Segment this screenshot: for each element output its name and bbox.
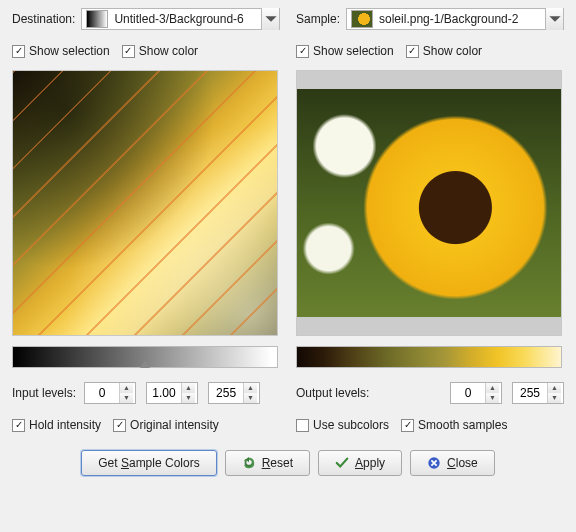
checkbox-empty-icon xyxy=(296,419,309,432)
get-sample-colors-label: Get Sample Colors xyxy=(98,456,199,470)
stepper-down-icon[interactable]: ▼ xyxy=(486,393,499,403)
apply-icon xyxy=(335,456,349,470)
check-icon: ✓ xyxy=(12,419,25,432)
input-level-gamma[interactable]: ▲▼ xyxy=(146,382,198,404)
check-icon: ✓ xyxy=(122,45,135,58)
hold-intensity-checkbox[interactable]: ✓ Hold intensity xyxy=(12,418,101,432)
sample-thumb xyxy=(351,10,373,28)
stepper-up-icon[interactable]: ▲ xyxy=(244,383,257,393)
destination-label: Destination: xyxy=(12,12,75,26)
smooth-samples-checkbox[interactable]: ✓ Smooth samples xyxy=(401,418,507,432)
stepper-down-icon[interactable]: ▼ xyxy=(548,393,561,403)
input-level-high[interactable]: ▲▼ xyxy=(208,382,260,404)
smooth-samples-label: Smooth samples xyxy=(418,418,507,432)
check-icon: ✓ xyxy=(401,419,414,432)
close-button[interactable]: Close xyxy=(410,450,495,476)
dest-show-color-label: Show color xyxy=(139,44,198,58)
stepper-down-icon[interactable]: ▼ xyxy=(120,393,133,403)
stepper-up-icon[interactable]: ▲ xyxy=(120,383,133,393)
original-intensity-checkbox[interactable]: ✓ Original intensity xyxy=(113,418,219,432)
output-levels-label: Output levels: xyxy=(296,386,369,400)
dest-show-selection-checkbox[interactable]: ✓ Show selection xyxy=(12,44,110,58)
input-level-high-field[interactable] xyxy=(209,383,243,403)
stepper-up-icon[interactable]: ▲ xyxy=(548,383,561,393)
output-level-low[interactable]: ▲▼ xyxy=(450,382,502,404)
output-level-high[interactable]: ▲▼ xyxy=(512,382,564,404)
apply-label: Apply xyxy=(355,456,385,470)
dest-show-selection-label: Show selection xyxy=(29,44,110,58)
chevron-down-icon[interactable] xyxy=(261,8,279,30)
sample-preview-image xyxy=(297,89,561,317)
destination-preview-image xyxy=(13,71,277,335)
output-level-high-field[interactable] xyxy=(513,383,547,403)
close-label: Close xyxy=(447,456,478,470)
get-sample-colors-button[interactable]: Get Sample Colors xyxy=(81,450,216,476)
reset-label: Reset xyxy=(262,456,293,470)
input-level-low-field[interactable] xyxy=(85,383,119,403)
check-icon: ✓ xyxy=(406,45,419,58)
sample-preview xyxy=(296,70,562,336)
stepper-down-icon[interactable]: ▼ xyxy=(244,393,257,403)
stepper-up-icon[interactable]: ▲ xyxy=(182,383,195,393)
use-subcolors-label: Use subcolors xyxy=(313,418,389,432)
check-icon: ✓ xyxy=(12,45,25,58)
sample-show-color-label: Show color xyxy=(423,44,482,58)
check-icon: ✓ xyxy=(113,419,126,432)
destination-dropdown[interactable]: Untitled-3/Background-6 xyxy=(81,8,280,30)
output-gradient-bar[interactable] xyxy=(296,346,562,368)
close-icon xyxy=(427,456,441,470)
chevron-down-icon[interactable] xyxy=(545,8,563,30)
input-level-gamma-field[interactable] xyxy=(147,383,181,403)
original-intensity-label: Original intensity xyxy=(130,418,219,432)
sample-show-color-checkbox[interactable]: ✓ Show color xyxy=(406,44,482,58)
stepper-up-icon[interactable]: ▲ xyxy=(486,383,499,393)
sample-label: Sample: xyxy=(296,12,340,26)
dest-show-color-checkbox[interactable]: ✓ Show color xyxy=(122,44,198,58)
destination-preview xyxy=(12,70,278,336)
input-gradient-bar[interactable] xyxy=(12,346,278,368)
output-level-low-field[interactable] xyxy=(451,383,485,403)
sample-show-selection-checkbox[interactable]: ✓ Show selection xyxy=(296,44,394,58)
apply-button[interactable]: Apply xyxy=(318,450,402,476)
input-levels-label: Input levels: xyxy=(12,386,76,400)
check-icon: ✓ xyxy=(296,45,309,58)
reset-icon xyxy=(242,456,256,470)
sample-value: soleil.png-1/Background-2 xyxy=(377,12,545,26)
input-level-low[interactable]: ▲▼ xyxy=(84,382,136,404)
destination-value: Untitled-3/Background-6 xyxy=(112,12,261,26)
sample-show-selection-label: Show selection xyxy=(313,44,394,58)
reset-button[interactable]: Reset xyxy=(225,450,310,476)
stepper-down-icon[interactable]: ▼ xyxy=(182,393,195,403)
gradient-marker-icon[interactable] xyxy=(140,360,150,368)
destination-thumb xyxy=(86,10,108,28)
hold-intensity-label: Hold intensity xyxy=(29,418,101,432)
sample-dropdown[interactable]: soleil.png-1/Background-2 xyxy=(346,8,564,30)
use-subcolors-checkbox[interactable]: Use subcolors xyxy=(296,418,389,432)
